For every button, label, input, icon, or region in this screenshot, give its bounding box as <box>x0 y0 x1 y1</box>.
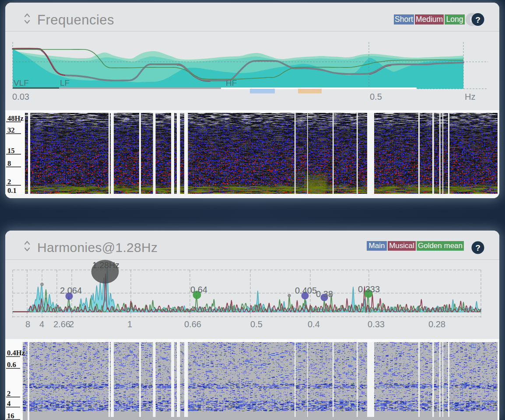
svg-text:0.405: 0.405 <box>295 286 317 295</box>
svg-text:Golden mean: Golden mean <box>418 242 463 250</box>
svg-text:0.6: 0.6 <box>7 360 16 369</box>
svg-text:Harmonies@1.28Hz: Harmonies@1.28Hz <box>37 240 158 255</box>
svg-text:2: 2 <box>7 178 11 186</box>
svg-text:15: 15 <box>7 147 15 155</box>
svg-text:0.28: 0.28 <box>428 319 445 329</box>
svg-text:1: 1 <box>127 319 132 329</box>
svg-text:0.33: 0.33 <box>368 319 385 329</box>
svg-text:0.333: 0.333 <box>358 284 380 294</box>
svg-text:Long: Long <box>446 15 463 24</box>
svg-text:Short: Short <box>395 15 413 24</box>
svg-text:Medium: Medium <box>416 15 443 24</box>
svg-text:2: 2 <box>7 389 11 398</box>
svg-text:Musical: Musical <box>389 242 414 250</box>
svg-text:Frequencies: Frequencies <box>37 12 114 28</box>
svg-text:2: 2 <box>69 319 74 329</box>
svg-text:2.66: 2.66 <box>53 319 70 329</box>
svg-text:48Hz: 48Hz <box>7 114 24 122</box>
svg-text:0.64: 0.64 <box>190 285 207 294</box>
svg-text:4: 4 <box>39 319 44 329</box>
svg-text:HF: HF <box>226 78 237 88</box>
svg-text:32: 32 <box>7 126 15 134</box>
svg-text:0.03: 0.03 <box>12 92 29 102</box>
svg-text:0.5: 0.5 <box>370 92 382 102</box>
svg-text:Hz: Hz <box>465 92 475 102</box>
svg-text:Main: Main <box>369 242 385 250</box>
svg-text:0.4: 0.4 <box>308 319 320 329</box>
svg-text:?: ? <box>475 243 480 252</box>
svg-text:0.4Hz: 0.4Hz <box>7 349 25 357</box>
svg-text:0.5: 0.5 <box>250 319 263 329</box>
svg-text:1.28Hz: 1.28Hz <box>92 260 119 270</box>
svg-text:?: ? <box>475 15 480 24</box>
svg-text:LF: LF <box>60 78 70 88</box>
svg-text:8: 8 <box>25 319 30 329</box>
svg-text:VLF: VLF <box>14 78 29 88</box>
svg-text:0.66: 0.66 <box>184 319 201 329</box>
svg-text:0.1: 0.1 <box>7 186 17 195</box>
svg-text:2.064: 2.064 <box>60 286 82 295</box>
svg-text:8: 8 <box>7 159 11 168</box>
svg-text:16: 16 <box>7 412 14 420</box>
svg-text:4: 4 <box>7 399 11 408</box>
